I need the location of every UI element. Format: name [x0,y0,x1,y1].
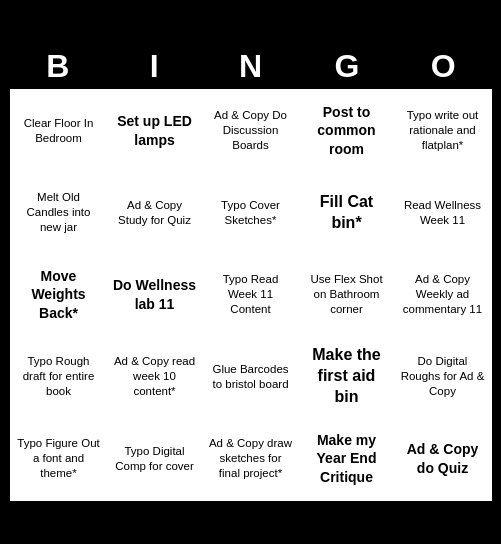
bingo-cell: Typo write out rationale and flatplan* [396,91,492,173]
bingo-cell: Typo Digital Comp for cover [108,419,204,501]
bingo-cell: Make the first aid bin [300,337,396,419]
bingo-cell: Melt Old Candles into new jar [12,173,108,255]
header-letter: O [395,44,491,89]
bingo-cell: Move Weights Back* [12,255,108,337]
bingo-cell: Typo Read Week 11 Content [204,255,300,337]
bingo-cell: Ad & Copy Do Discussion Boards [204,91,300,173]
bingo-card: BINGO Clear Floor In BedroomSet up LED l… [6,40,496,505]
bingo-cell: Ad & Copy Weekly ad commentary 11 [396,255,492,337]
header-letter: G [299,44,395,89]
bingo-cell: Ad & Copy read week 10 content* [108,337,204,419]
bingo-cell: Glue Barcodes to bristol board [204,337,300,419]
bingo-cell: Post to common room [300,91,396,173]
bingo-cell: Clear Floor In Bedroom [12,91,108,173]
header-letter: I [106,44,202,89]
bingo-cell: Make my Year End Critique [300,419,396,501]
bingo-cell: Do Wellness lab 11 [108,255,204,337]
bingo-cell: Ad & Copy do Quiz [396,419,492,501]
bingo-cell: Do Digital Roughs for Ad & Copy [396,337,492,419]
bingo-header: BINGO [10,44,492,89]
bingo-cell: Set up LED lamps [108,91,204,173]
bingo-cell: Read Wellness Week 11 [396,173,492,255]
bingo-grid: Clear Floor In BedroomSet up LED lampsAd… [10,89,492,501]
header-letter: B [10,44,106,89]
bingo-cell: Ad & Copy Study for Quiz [108,173,204,255]
bingo-cell: Fill Cat bin* [300,173,396,255]
bingo-cell: Typo Rough draft for entire book [12,337,108,419]
bingo-cell: Ad & Copy draw sketches for final projec… [204,419,300,501]
header-letter: N [202,44,298,89]
bingo-cell: Typo Cover Sketches* [204,173,300,255]
bingo-cell: Typo Figure Out a font and theme* [12,419,108,501]
bingo-cell: Use Flex Shot on Bathroom corner [300,255,396,337]
